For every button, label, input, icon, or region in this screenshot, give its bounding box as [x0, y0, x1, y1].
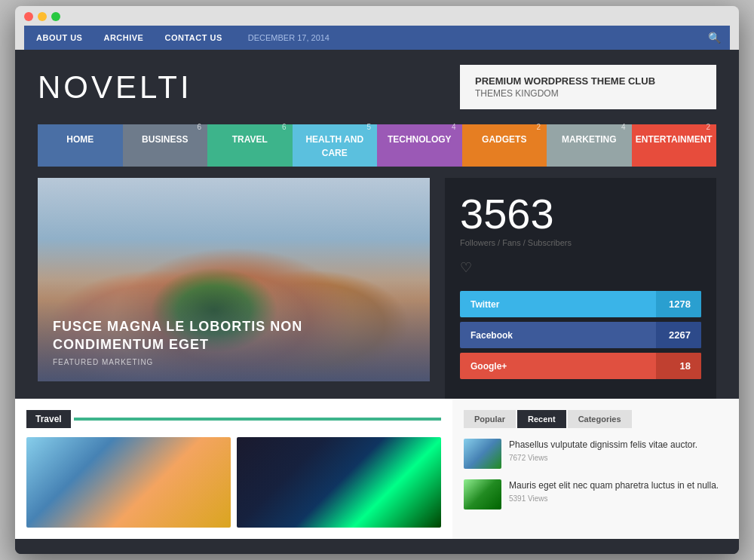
browser-toolbar: ABOUT US ARCHIVE CONTACT US DECEMBER 17,… [24, 26, 730, 50]
minimize-button[interactable] [38, 12, 47, 21]
bottom-padding [15, 539, 739, 554]
stats-sidebar: 3563 Followers / Fans / Subscribers ♡ Tw… [445, 178, 716, 399]
category-entertainment-label: Entertainment [636, 134, 713, 145]
header-ad[interactable]: PREMIUM WORDPRESS THEME CLUB THEMES KING… [460, 65, 716, 109]
category-business-count: 6 [197, 123, 201, 131]
category-gadgets[interactable]: 2 Gadgets [462, 124, 547, 167]
browser-buttons [24, 12, 730, 21]
close-button[interactable] [24, 12, 33, 21]
googleplus-label: Google+ [460, 353, 656, 379]
post-title-2: Mauris eget elit nec quam pharetra luctu… [509, 479, 719, 492]
twitter-label: Twitter [460, 292, 656, 317]
travel-thumb-2[interactable] [237, 437, 441, 528]
ad-title: PREMIUM WORDPRESS THEME CLUB [475, 75, 701, 87]
tab-bar: Popular Recent Categories [464, 410, 728, 428]
category-health-label: Health and Care [305, 134, 363, 158]
nav-archive[interactable]: ARCHIVE [100, 33, 146, 42]
category-home-label: Home [66, 134, 93, 145]
browser-window: ABOUT US ARCHIVE CONTACT US DECEMBER 17,… [15, 6, 739, 554]
twitter-count: 1278 [656, 291, 701, 317]
post-title-1: Phasellus vulputate dignissim felis vita… [509, 439, 697, 451]
category-technology-count: 4 [452, 123, 456, 131]
bottom-section: Travel Popular Recent Categories [15, 399, 739, 539]
post-views-2: 5391 Views [509, 494, 719, 503]
category-nav: Home 6 Business 6 Travel 5 Health and Ca… [15, 124, 739, 178]
category-gadgets-label: Gadgets [482, 134, 526, 145]
heart-icon[interactable]: ♡ [460, 259, 701, 276]
post-thumb-1 [464, 439, 501, 469]
facebook-row[interactable]: Facebook 2267 [460, 322, 701, 348]
featured-tag: FEATURED MARKETING [53, 358, 415, 366]
site-logo: NOVELTI [38, 69, 460, 106]
category-technology[interactable]: 4 Technology [377, 124, 462, 167]
facebook-count: 2267 [656, 322, 701, 348]
category-travel-count: 6 [282, 123, 287, 131]
tab-recent[interactable]: Recent [517, 410, 566, 428]
category-business-label: Business [142, 134, 188, 145]
nav-about[interactable]: ABOUT US [33, 33, 85, 42]
category-travel-label: Travel [232, 134, 268, 145]
category-technology-label: Technology [388, 134, 452, 145]
site-header: NOVELTI PREMIUM WORDPRESS THEME CLUB THE… [15, 50, 739, 124]
travel-section: Travel [15, 399, 452, 539]
travel-images [26, 437, 441, 528]
tab-popular[interactable]: Popular [464, 410, 516, 428]
googleplus-row[interactable]: Google+ 18 [460, 353, 701, 379]
section-title: Travel [26, 410, 71, 428]
category-health[interactable]: 5 Health and Care [293, 124, 378, 167]
category-business[interactable]: 6 Business [123, 124, 208, 167]
category-marketing-label: Marketing [562, 134, 617, 145]
featured-post[interactable]: FUSCE MAGNA LE LOBORTIS NONCONDIMENTUM E… [38, 178, 430, 381]
featured-title: FUSCE MAGNA LE LOBORTIS NONCONDIMENTUM E… [53, 318, 415, 353]
category-entertainment[interactable]: 2 Entertainment [632, 124, 717, 167]
featured-overlay: FUSCE MAGNA LE LOBORTIS NONCONDIMENTUM E… [38, 303, 430, 381]
section-header: Travel [26, 410, 441, 428]
facebook-label: Facebook [460, 323, 656, 348]
post-views-1: 7672 Views [509, 454, 697, 462]
site-content: NOVELTI PREMIUM WORDPRESS THEME CLUB THE… [15, 50, 739, 554]
sidebar-posts: Popular Recent Categories Phasellus vulp… [452, 399, 739, 539]
tab-categories[interactable]: Categories [568, 410, 632, 428]
category-home[interactable]: Home [38, 124, 123, 167]
twitter-row[interactable]: Twitter 1278 [460, 291, 701, 317]
post-text-2: Mauris eget elit nec quam pharetra luctu… [509, 479, 719, 503]
browser-chrome: ABOUT US ARCHIVE CONTACT US DECEMBER 17,… [15, 6, 739, 50]
travel-thumb-1[interactable] [26, 437, 231, 528]
section-accent [74, 418, 441, 421]
main-section: FUSCE MAGNA LE LOBORTIS NONCONDIMENTUM E… [15, 178, 739, 399]
follower-label: Followers / Fans / Subscribers [460, 238, 701, 247]
post-thumb-2 [464, 479, 501, 510]
category-travel[interactable]: 6 Travel [207, 124, 293, 167]
post-text-1: Phasellus vulputate dignissim felis vita… [509, 439, 697, 462]
follower-count: 3563 [460, 193, 701, 235]
ad-subtitle: THEMES KINGDOM [475, 88, 701, 99]
post-item-1[interactable]: Phasellus vulputate dignissim felis vita… [464, 439, 728, 469]
category-entertainment-count: 2 [706, 123, 710, 131]
category-marketing[interactable]: 4 Marketing [547, 124, 632, 167]
nav-contact[interactable]: CONTACT US [161, 33, 225, 42]
category-gadgets-count: 2 [536, 123, 541, 131]
nav-date: DECEMBER 17, 2014 [248, 33, 329, 42]
category-marketing-count: 4 [621, 123, 626, 131]
maximize-button[interactable] [51, 12, 60, 21]
search-icon[interactable]: 🔍 [708, 32, 721, 44]
category-health-count: 5 [366, 123, 371, 131]
googleplus-count: 18 [656, 353, 701, 379]
post-item-2[interactable]: Mauris eget elit nec quam pharetra luctu… [464, 479, 728, 510]
